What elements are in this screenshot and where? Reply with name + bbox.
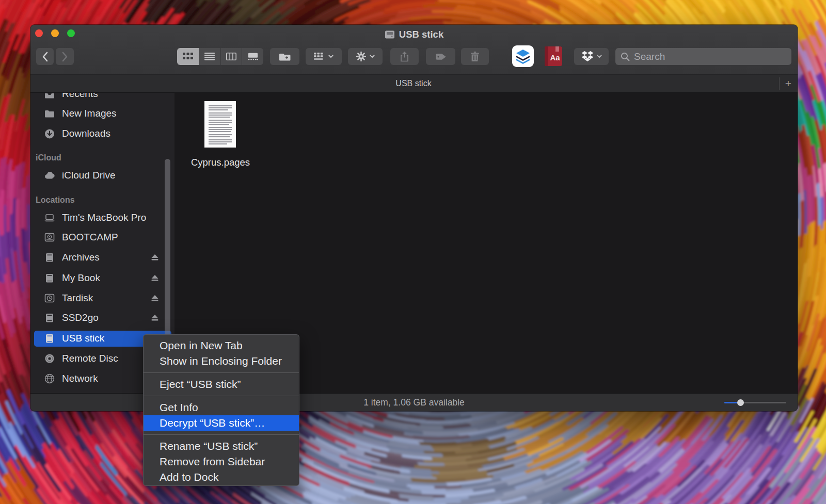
svg-text:Aa: Aa — [550, 53, 560, 62]
